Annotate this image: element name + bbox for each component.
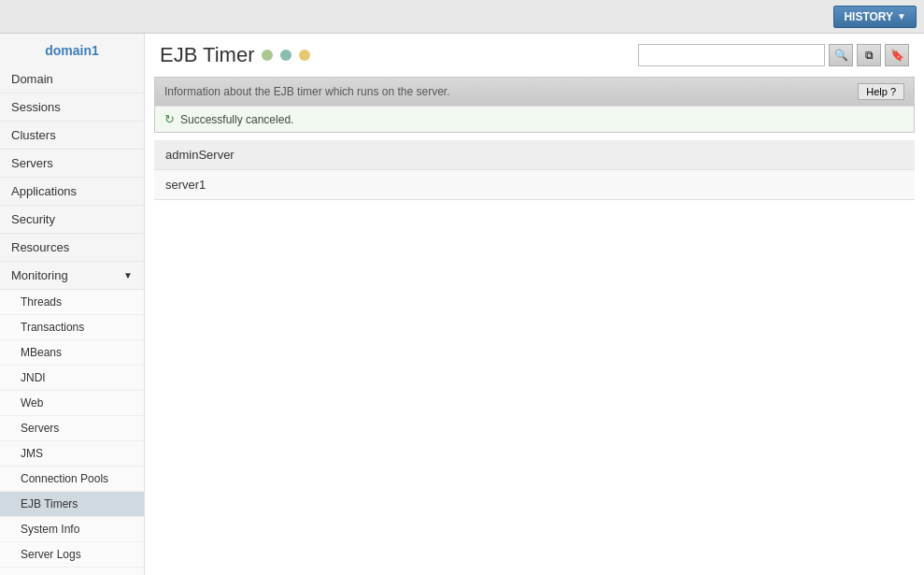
search-button[interactable]: 🔍 <box>829 44 853 66</box>
table-row[interactable]: adminServer <box>154 140 915 170</box>
search-icon: 🔍 <box>834 49 848 62</box>
sidebar-item-system-info[interactable]: System Info <box>0 517 144 542</box>
top-bar: HISTORY ▼ <box>0 0 924 34</box>
sidebar-item-servers-monitor[interactable]: Servers <box>0 416 144 441</box>
sidebar-item-transactions[interactable]: Transactions <box>0 315 144 340</box>
sidebar-item-servers[interactable]: Servers <box>0 150 144 178</box>
bookmark-icon: 🔖 <box>890 49 904 62</box>
sidebar-item-clusters[interactable]: Clusters <box>0 122 144 150</box>
copy-button[interactable]: ⧉ <box>857 44 881 66</box>
help-button[interactable]: Help ? <box>858 83 904 100</box>
info-banner: Information about the EJB timer which ru… <box>154 77 915 133</box>
sidebar-item-applications[interactable]: Applications <box>0 178 144 206</box>
banner-header: Information about the EJB timer which ru… <box>155 78 914 106</box>
help-label: Help <box>866 86 888 97</box>
sidebar-item-domain[interactable]: Domain <box>0 65 144 93</box>
sidebar-domain-title[interactable]: domain1 <box>0 34 144 65</box>
history-label: HISTORY <box>844 10 893 23</box>
main-layout: domain1 Domain Sessions Clusters Servers… <box>0 34 924 575</box>
help-icon: ? <box>890 86 896 97</box>
sidebar-item-monitoring[interactable]: Monitoring ▼ <box>0 262 144 290</box>
sidebar-item-sessions[interactable]: Sessions <box>0 93 144 122</box>
page-title-area: EJB Timer <box>160 43 310 67</box>
refresh-icon: ↻ <box>164 112 175 126</box>
search-area: 🔍 ⧉ 🔖 <box>638 44 909 66</box>
monitoring-label: Monitoring <box>11 268 68 282</box>
search-input[interactable] <box>638 44 825 66</box>
history-button[interactable]: HISTORY ▼ <box>833 6 917 28</box>
sidebar-item-security[interactable]: Security <box>0 206 144 234</box>
success-text: Successfully canceled. <box>180 113 293 126</box>
sidebar-item-jndi[interactable]: JNDI <box>0 366 144 391</box>
page-title: EJB Timer <box>160 43 254 67</box>
status-dot-green <box>262 50 273 61</box>
success-message: ↻ Successfully canceled. <box>155 106 914 132</box>
status-dot-orange <box>299 50 310 61</box>
banner-description: Information about the EJB timer which ru… <box>164 85 449 98</box>
sidebar: domain1 Domain Sessions Clusters Servers… <box>0 34 145 575</box>
copy-icon: ⧉ <box>865 49 874 62</box>
sidebar-item-server-logs[interactable]: Server Logs <box>0 542 144 568</box>
sidebar-item-statistics[interactable]: Statistics <box>0 568 144 575</box>
table-row[interactable]: server1 <box>154 170 915 200</box>
sidebar-item-mbeans[interactable]: MBeans <box>0 340 144 366</box>
sidebar-item-threads[interactable]: Threads <box>0 290 144 315</box>
history-chevron-icon: ▼ <box>897 11 906 22</box>
monitoring-chevron-icon: ▼ <box>123 270 133 280</box>
page-header: EJB Timer 🔍 ⧉ 🔖 <box>145 34 924 73</box>
sidebar-item-resources[interactable]: Resources <box>0 234 144 262</box>
sidebar-item-ejb-timers[interactable]: EJB Timers <box>0 492 144 517</box>
sidebar-item-web[interactable]: Web <box>0 391 144 416</box>
server-table: adminServer server1 <box>154 140 915 200</box>
sidebar-item-connection-pools[interactable]: Connection Pools <box>0 467 144 492</box>
bookmark-button[interactable]: 🔖 <box>885 44 909 66</box>
sidebar-item-jms[interactable]: JMS <box>0 441 144 467</box>
main-content: EJB Timer 🔍 ⧉ 🔖 Informatio <box>145 34 924 575</box>
status-dot-teal <box>280 50 291 61</box>
